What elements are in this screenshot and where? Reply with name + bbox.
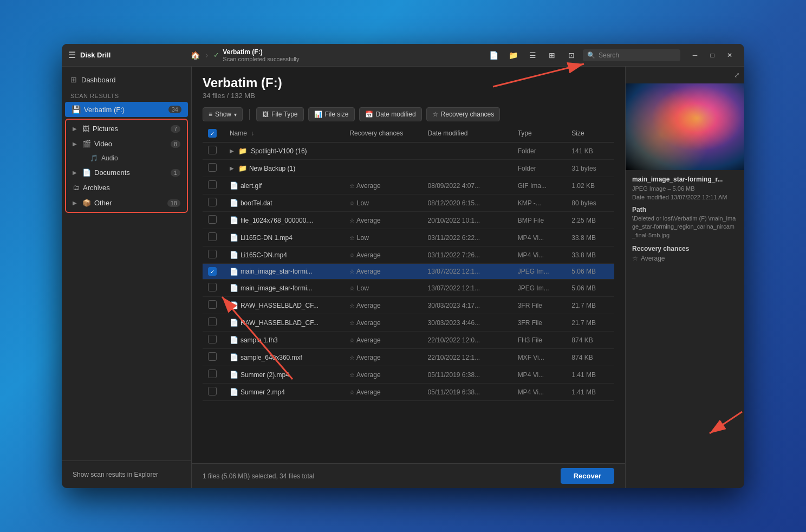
- row-recovery-cell: ☆ Low: [344, 194, 422, 212]
- new-file-btn[interactable]: 📄: [485, 48, 502, 63]
- select-all-checkbox[interactable]: ✓: [208, 129, 217, 138]
- table-row[interactable]: ▶ 📁 New Backup (1) Folder 31 bytes: [203, 160, 614, 177]
- row-checkbox[interactable]: [208, 198, 217, 206]
- recovery-value: Average: [356, 217, 380, 224]
- row-checkbox[interactable]: [208, 146, 217, 154]
- recovery-column-header[interactable]: Recovery chances: [344, 125, 422, 142]
- row-checkbox[interactable]: [208, 369, 217, 378]
- date-column-header[interactable]: Date modified: [422, 125, 512, 142]
- row-checkbox-cell[interactable]: [203, 280, 224, 297]
- row-checkbox[interactable]: [208, 317, 217, 326]
- row-checkbox[interactable]: ✓: [208, 267, 217, 276]
- hamburger-icon[interactable]: ☰: [68, 50, 76, 60]
- video-icon: 🎬: [82, 140, 91, 148]
- table-row[interactable]: 📄 RAW_HASSELBLAD_CF... ☆ Average 30/03/2…: [203, 314, 614, 332]
- row-checkbox-cell[interactable]: [203, 349, 224, 366]
- expand-arrow-video: ▶: [73, 141, 79, 147]
- file-name: sample 1.fh3: [240, 336, 278, 344]
- file-type-button[interactable]: 🖼 File Type: [256, 107, 303, 121]
- file-name: Li165C-DN 1.mp4: [240, 234, 292, 242]
- row-checkbox-cell[interactable]: [203, 160, 224, 177]
- table-row[interactable]: ▶ 📁 .Spotlight-V100 (16) Folder 141 KB: [203, 142, 614, 160]
- sidebar-item-video[interactable]: ▶ 🎬 Video 8: [66, 137, 187, 151]
- sidebar-item-drive[interactable]: 💾 Verbatim (F:) 34: [65, 102, 188, 117]
- size-column-header[interactable]: Size: [566, 125, 614, 142]
- row-date-cell: 08/09/2022 4:07...: [422, 177, 512, 194]
- row-checkbox-cell[interactable]: [203, 229, 224, 246]
- row-checkbox[interactable]: [208, 300, 217, 309]
- row-date-cell: [422, 160, 512, 177]
- minimize-btn[interactable]: ─: [687, 48, 703, 63]
- row-checkbox[interactable]: [208, 232, 217, 241]
- row-checkbox-cell[interactable]: ✓: [203, 264, 224, 280]
- recovery-value: Average: [356, 336, 380, 344]
- row-checkbox-cell[interactable]: [203, 177, 224, 194]
- row-checkbox-cell[interactable]: [203, 314, 224, 332]
- row-name-cell: 📄 file_1024x768_000000....: [224, 212, 344, 229]
- row-checkbox[interactable]: [208, 250, 217, 258]
- maximize-btn[interactable]: □: [704, 48, 720, 63]
- select-all-header[interactable]: ✓: [203, 125, 224, 142]
- table-row[interactable]: 📄 file_1024x768_000000.... ☆ Average 20/…: [203, 212, 614, 229]
- row-checkbox[interactable]: [208, 180, 217, 189]
- sidebar-item-archives[interactable]: 🗂 Archives: [66, 180, 187, 195]
- row-checkbox[interactable]: [208, 335, 217, 343]
- split-view-btn[interactable]: ⊡: [563, 48, 580, 63]
- table-row[interactable]: 📄 alert.gif ☆ Average 08/09/2022 4:07...…: [203, 177, 614, 194]
- row-checkbox-cell[interactable]: [203, 246, 224, 264]
- home-icon[interactable]: 🏠: [191, 51, 200, 60]
- row-recovery-cell: ☆ Average: [344, 366, 422, 384]
- expand-row-btn[interactable]: ▶: [230, 165, 234, 171]
- recover-button[interactable]: Recover: [561, 468, 614, 484]
- row-checkbox-cell[interactable]: [203, 212, 224, 229]
- table-row[interactable]: 📄 Summer 2.mp4 ☆ Average 05/11/2019 6:38…: [203, 384, 614, 401]
- grid-view-btn[interactable]: ⊞: [544, 48, 560, 63]
- date-icon: 📅: [365, 111, 373, 118]
- table-row[interactable]: 📄 sample 1.fh3 ☆ Average 22/10/2022 12:0…: [203, 332, 614, 349]
- table-row[interactable]: 📄 RAW_HASSELBLAD_CF... ☆ Average 30/03/2…: [203, 297, 614, 314]
- table-row[interactable]: ✓ 📄 main_image_star-formi... ☆ Average 1…: [203, 264, 614, 280]
- row-checkbox[interactable]: [208, 387, 217, 395]
- row-checkbox[interactable]: [208, 215, 217, 224]
- recovery-chances-button[interactable]: ☆ Recovery chances: [426, 107, 500, 121]
- sidebar-item-other[interactable]: ▶ 📦 Other 18: [66, 196, 187, 210]
- sidebar-dashboard[interactable]: ⊞ Dashboard: [62, 67, 191, 88]
- table-row[interactable]: 📄 main_image_star-formi... ☆ Low 13/07/2…: [203, 280, 614, 297]
- folder-btn[interactable]: 📁: [505, 48, 521, 63]
- row-checkbox-cell[interactable]: [203, 366, 224, 384]
- list-view-btn[interactable]: ☰: [524, 48, 541, 63]
- row-checkbox-cell[interactable]: [203, 142, 224, 160]
- close-btn[interactable]: ✕: [722, 48, 738, 63]
- preview-meta: JPEG Image – 5.06 MB: [632, 185, 738, 192]
- table-row[interactable]: 📄 sample_640x360.mxf ☆ Average 22/10/202…: [203, 349, 614, 366]
- table-row[interactable]: 📄 Li165C-DN 1.mp4 ☆ Low 03/11/2022 6:22.…: [203, 229, 614, 246]
- expand-row-btn[interactable]: ▶: [230, 148, 234, 154]
- row-checkbox-cell[interactable]: [203, 194, 224, 212]
- table-row[interactable]: 📄 Summer (2).mp4 ☆ Average 05/11/2019 6:…: [203, 366, 614, 384]
- sidebar-item-pictures[interactable]: ▶ 🖼 Pictures 7: [66, 121, 187, 136]
- preview-header: ⤢: [626, 67, 744, 83]
- row-checkbox[interactable]: [208, 352, 217, 361]
- table-row[interactable]: 📄 Li165C-DN.mp4 ☆ Average 03/11/2022 7:2…: [203, 246, 614, 264]
- show-button[interactable]: ≡ Show ▾: [203, 107, 243, 121]
- row-recovery-cell: [344, 160, 422, 177]
- row-checkbox-cell[interactable]: [203, 384, 224, 401]
- search-input[interactable]: [599, 51, 676, 59]
- file-size-button[interactable]: 📊 File size: [308, 107, 355, 121]
- recovery-value: Low: [357, 234, 369, 242]
- date-modified-button[interactable]: 📅 Date modified: [359, 107, 422, 121]
- name-column-header[interactable]: Name ↓: [224, 125, 344, 142]
- show-in-explorer-button[interactable]: Show scan results in Explorer: [68, 468, 185, 482]
- row-checkbox-cell[interactable]: [203, 297, 224, 314]
- table-row[interactable]: 📄 bootTel.dat ☆ Low 08/12/2020 6:15... K…: [203, 194, 614, 212]
- row-checkbox-cell[interactable]: [203, 332, 224, 349]
- type-column-header[interactable]: Type: [512, 125, 567, 142]
- preview-expand-button[interactable]: ⤢: [734, 71, 740, 79]
- row-checkbox[interactable]: [208, 163, 217, 172]
- search-box[interactable]: 🔍: [583, 49, 680, 61]
- row-checkbox[interactable]: [208, 283, 217, 291]
- recovery-star-icon: ☆: [349, 235, 355, 241]
- sidebar-item-audio[interactable]: 🎵 Audio: [69, 152, 184, 165]
- sidebar-item-documents[interactable]: ▶ 📄 Documents 1: [66, 165, 187, 180]
- preview-filename: main_image_star-forming_r...: [632, 176, 738, 183]
